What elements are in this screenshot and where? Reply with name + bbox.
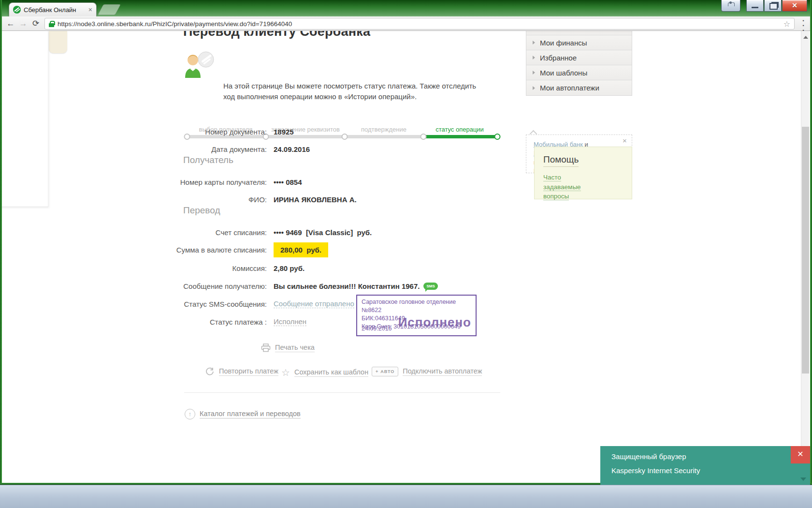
back-button[interactable]: [5, 17, 16, 30]
form-row-card-number: Номер карты получателя: •••• 0854: [161, 177, 302, 187]
form-row-doc-date: Дата документа: 24.09.2016: [161, 144, 310, 154]
url-text[interactable]: https://node3.online.sberbank.ru/PhizIC/…: [58, 20, 783, 28]
right-sidebar-menu: Мои финансы Избранное Мои шаблоны Мои ав…: [526, 31, 632, 96]
auto-badge: +АВТО: [372, 367, 398, 376]
toast-close-icon[interactable]: [791, 446, 810, 463]
repeat-payment-link[interactable]: Повторить платеж: [205, 367, 278, 376]
field-value: Вы сильнее болезни!!! Константин 1967.: [274, 282, 420, 290]
providers-rail: [0, 31, 48, 207]
section-recipient: Получатель: [183, 155, 233, 165]
star-icon: [281, 367, 290, 378]
payments-catalog-link[interactable]: ↑ Каталог платежей и переводов: [185, 409, 301, 419]
form-row-doc-number: Номер документа: 18925: [161, 126, 294, 137]
scroll-up-icon[interactable]: [803, 33, 808, 39]
page-content: Перевод клиенту Сбербанка На этой страни…: [2, 31, 810, 483]
stamp-date: 24.09.2016: [362, 325, 392, 333]
browser-tab-strip: Сбербанк Онлайн: [0, 0, 812, 16]
browser-menu-icon[interactable]: [798, 18, 808, 32]
kaspersky-frame: [810, 0, 812, 485]
page-title: Перевод клиенту Сбербанка: [183, 31, 370, 39]
field-label: Статус платежа :: [161, 318, 267, 326]
chevron-right-icon: [533, 41, 537, 45]
new-tab-button[interactable]: [98, 4, 121, 15]
forward-button[interactable]: [17, 17, 29, 30]
section-transfer: Перевод: [183, 205, 220, 216]
form-row-message: Сообщение получателю: Вы сильнее болезни…: [161, 281, 438, 291]
client-avatar-icon: [183, 51, 216, 80]
field-value: •••• 9469 [Visa Classic] руб.: [274, 228, 372, 237]
field-label: Сумма в валюте списания:: [161, 246, 267, 254]
chevron-right-icon: [533, 56, 537, 60]
print-receipt-link[interactable]: Печать чека: [261, 344, 315, 352]
execution-stamp: Саратовское головное отделение №8622 БИК…: [356, 295, 477, 336]
sms-status-link[interactable]: Сообщение отправлено: [274, 299, 354, 308]
stamp-status: Исполнено: [398, 314, 471, 331]
browser-tab[interactable]: Сбербанк Онлайн: [9, 2, 97, 16]
form-row-payment-status: Статус платежа : Исполнен: [161, 316, 306, 327]
field-label: Номер документа:: [161, 128, 267, 136]
sberbank-favicon: [13, 6, 21, 14]
tab-close-icon[interactable]: [88, 6, 92, 13]
intro-text: На этой странице Вы можете посмотреть ст…: [223, 81, 477, 102]
menu-item-autopayments[interactable]: Мои автоплатежи: [526, 80, 632, 95]
field-label: Дата документа:: [161, 145, 267, 153]
help-box: Помощь Часто задаваемые вопросы: [534, 147, 632, 199]
minimize-button[interactable]: [746, 0, 764, 12]
tab-title: Сбербанк Онлайн: [24, 6, 86, 14]
step-label-4-active: статус операции: [435, 126, 484, 133]
side-flap: [49, 31, 67, 53]
address-bar[interactable]: https://node3.online.sberbank.ru/PhizIC/…: [44, 18, 795, 30]
step-label-3: подтверждение: [361, 126, 406, 133]
autopay-link[interactable]: +АВТО Подключить автоплатеж: [372, 367, 482, 376]
kaspersky-toast: Защищенный браузер Kaspersky Internet Se…: [600, 446, 810, 485]
field-label: Комиссия:: [161, 264, 267, 272]
menu-item-finances[interactable]: Мои финансы: [526, 35, 632, 50]
form-row-debit-account: Счет списания: •••• 9469 [Visa Classic] …: [161, 227, 372, 238]
field-label: Статус SMS-сообщения:: [161, 300, 267, 308]
field-label: Счет списания:: [161, 228, 267, 237]
step-dot: [342, 134, 348, 140]
menu-item-templates[interactable]: Мои шаблоны: [526, 65, 632, 80]
page-scrollbar[interactable]: [801, 31, 809, 483]
faq-link[interactable]: Часто задаваемые вопросы: [543, 173, 596, 201]
notice-close-icon[interactable]: [623, 136, 627, 145]
up-arrow-circle-icon: ↑: [185, 409, 195, 419]
chevron-right-icon: [533, 71, 537, 75]
sms-icon: SMS: [423, 283, 437, 290]
field-label: ФИО:: [161, 195, 267, 204]
profile-button[interactable]: [721, 0, 740, 12]
form-row-amount: Сумма в валюте списания: 280,00 руб.: [161, 241, 328, 258]
field-value: 24.09.2016: [274, 145, 310, 153]
payment-status-link[interactable]: Исполнен: [274, 317, 306, 326]
field-value: 18925: [274, 128, 294, 136]
form-row-fee: Комиссия: 2,80 руб.: [161, 263, 304, 273]
step-dot-active: [494, 134, 501, 140]
desktop: Сбербанк Онлайн https://node3.online.sbe…: [0, 0, 812, 508]
maximize-button[interactable]: [764, 0, 782, 12]
toast-pointer: [800, 478, 806, 484]
menu-item-favorites[interactable]: Избранное: [526, 50, 632, 65]
save-template-link[interactable]: Сохранить как шаблон: [281, 367, 368, 378]
printer-icon: [261, 344, 271, 352]
toast-subtitle: Kaspersky Internet Security: [611, 466, 700, 475]
field-label: Сообщение получателю:: [161, 282, 267, 290]
amount-highlighted: 280,00 руб.: [274, 242, 328, 257]
form-row-sms-status: Статус SMS-сообщения: Сообщение отправле…: [161, 299, 354, 309]
help-title: Помощь: [543, 154, 579, 167]
field-value: 2,80 руб.: [274, 264, 304, 272]
repeat-icon: [205, 367, 215, 376]
menu-item-cut: [526, 31, 632, 35]
scrollbar-thumb[interactable]: [802, 127, 809, 374]
field-value: ИРИНА ЯКОВЛЕВНА А.: [274, 195, 357, 204]
divider: [184, 392, 500, 393]
chevron-right-icon: [533, 86, 537, 90]
taskbar: [0, 485, 812, 508]
reload-button[interactable]: [30, 17, 42, 30]
step-dot: [420, 134, 427, 140]
https-padlock-icon: [49, 21, 54, 27]
bookmark-star-icon[interactable]: [783, 19, 790, 29]
field-value: •••• 0854: [274, 178, 302, 186]
progress-bar-fill: [423, 135, 497, 138]
close-window-button[interactable]: [782, 0, 807, 12]
field-label: Номер карты получателя:: [161, 178, 267, 186]
